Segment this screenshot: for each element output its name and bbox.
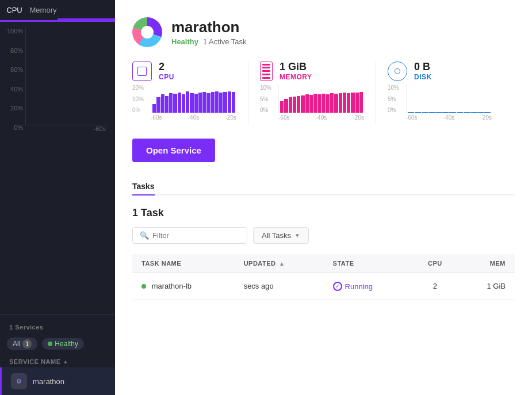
disk-bar — [428, 112, 435, 113]
task-updated-cell: secs ago — [235, 273, 324, 300]
y-label: 40% — [7, 86, 23, 93]
memory-chart-y: 10% 5% 0% — [260, 85, 271, 113]
col-updated[interactable]: UPDATED ▲ — [235, 254, 324, 273]
cpu-bar — [223, 92, 227, 113]
service-title-block: marathon Healthy 1 Active Task — [171, 18, 247, 46]
disk-icon — [388, 62, 407, 81]
disk-card-top: 0 B DISK — [388, 61, 492, 81]
cpu-icon — [132, 62, 152, 81]
cpu-bar — [232, 92, 235, 113]
cpu-card: 2 CPU 20% 10% 0% — [132, 61, 248, 125]
col-cpu: CPU — [411, 254, 460, 273]
disk-chart-x: -60s -40s -20s — [406, 114, 492, 121]
col-mem: MEM — [460, 254, 515, 273]
disk-bar — [442, 112, 449, 113]
filter-input[interactable] — [152, 231, 240, 240]
filter-all-label: All — [13, 340, 20, 348]
task-status-dot — [141, 284, 146, 289]
tasks-tab-bar: Tasks — [132, 178, 515, 195]
tab-memory[interactable]: Memory — [29, 0, 58, 20]
mem-bar — [293, 97, 296, 113]
cpu-bar — [169, 93, 173, 113]
running-icon: ✓ — [333, 282, 342, 291]
healthy-dot-icon — [48, 342, 52, 346]
disk-bars-area — [406, 85, 492, 113]
cpu-bar — [228, 91, 231, 113]
memory-card: 1 GiB MEMORY 10% 5% 0% — [260, 61, 376, 125]
cpu-label: CPU — [159, 73, 174, 81]
memory-label: MEMORY — [280, 73, 312, 81]
mem-bar — [262, 67, 270, 68]
mem-bar — [355, 93, 359, 113]
memory-chart: 10% 5% 0% — [260, 85, 364, 119]
mem-bar — [313, 94, 317, 113]
cpu-bar — [198, 93, 202, 113]
cpu-bar — [219, 93, 223, 113]
sidebar-service-marathon[interactable]: ⚙ marathon — [0, 367, 115, 395]
cpu-bar — [186, 91, 189, 113]
mem-bar — [326, 94, 330, 113]
sidebar-divider — [0, 314, 115, 315]
tab-cpu[interactable]: CPU — [0, 0, 29, 22]
tab-tasks[interactable]: Tasks — [132, 178, 155, 195]
sidebar-y-axis: 100% 80% 60% 40% 20% 0% — [7, 28, 25, 131]
cpu-bar — [202, 92, 206, 113]
disk-bar — [477, 112, 484, 113]
marathon-service-icon: ⚙ — [11, 373, 27, 389]
task-name-cell: marathon-lb — [132, 273, 235, 300]
open-service-button[interactable]: Open Service — [132, 139, 215, 162]
disk-card: 0 B DISK 10% 5% 0% — [388, 61, 503, 125]
mem-bar — [280, 101, 284, 113]
cpu-bar — [165, 96, 169, 113]
disk-chart-y: 10% 5% 0% — [388, 85, 399, 113]
mem-bar — [262, 70, 270, 72]
memory-chart-x: -60s -40s -20s — [278, 114, 364, 121]
tasks-table-body: marathon-lb secs ago ✓ Running 2 1 GiB — [132, 273, 515, 300]
mem-bar — [284, 99, 288, 113]
service-column-header: SERVICE NAME ▲ — [0, 352, 115, 367]
filter-healthy[interactable]: Healthy — [42, 338, 84, 350]
disk-bar — [408, 112, 414, 113]
sort-arrow-icon: ▲ — [63, 359, 68, 365]
mem-bar — [330, 93, 334, 113]
cpu-bar — [215, 91, 219, 113]
memory-bars — [279, 85, 364, 113]
sort-arrow-icon: ▲ — [279, 260, 285, 267]
mem-bar — [334, 94, 338, 113]
col-state: STATE — [324, 254, 411, 273]
sidebar: CPU Memory 100% 80% 60% 40% 20% 0% -60s … — [0, 0, 115, 395]
table-row: marathon-lb secs ago ✓ Running 2 1 GiB — [132, 273, 515, 300]
filter-input-wrapper[interactable]: 🔍 — [132, 227, 247, 244]
tasks-count-title: 1 Task — [132, 207, 515, 219]
memory-icon — [260, 62, 273, 81]
mem-bar — [297, 96, 300, 113]
filter-all[interactable]: All 1 — [7, 338, 37, 350]
main-content: marathon Healthy 1 Active Task 2 CPU — [115, 0, 532, 395]
mem-bar — [322, 94, 326, 113]
disk-bar — [470, 112, 477, 113]
task-name-value: marathon-lb — [152, 282, 192, 290]
cpu-card-top: 2 CPU — [132, 61, 236, 81]
tasks-filters: 🔍 All Tasks ▼ — [132, 227, 515, 244]
mem-bar — [351, 93, 354, 113]
all-tasks-button[interactable]: All Tasks ▼ — [253, 227, 309, 244]
cpu-bar — [194, 94, 198, 113]
filter-healthy-label: Healthy — [55, 340, 78, 348]
disk-bar — [435, 112, 442, 113]
cpu-value: 2 — [159, 61, 174, 73]
service-header: marathon Healthy 1 Active Task — [132, 17, 515, 47]
cpu-bar — [173, 94, 177, 113]
disk-icon-inner — [395, 68, 400, 74]
y-label: 80% — [7, 47, 23, 54]
cpu-bars-area — [151, 85, 236, 113]
cpu-icon-inner — [137, 67, 147, 76]
service-name-col-label: SERVICE NAME — [9, 358, 61, 365]
mem-bar — [339, 93, 342, 113]
disk-bar — [457, 112, 463, 113]
cpu-bar — [178, 93, 181, 113]
memory-card-top: 1 GiB MEMORY — [260, 61, 364, 81]
disk-bar — [464, 112, 470, 113]
mem-bar — [359, 92, 363, 113]
task-cpu-cell: 2 — [411, 273, 460, 300]
mem-bar — [262, 77, 270, 79]
